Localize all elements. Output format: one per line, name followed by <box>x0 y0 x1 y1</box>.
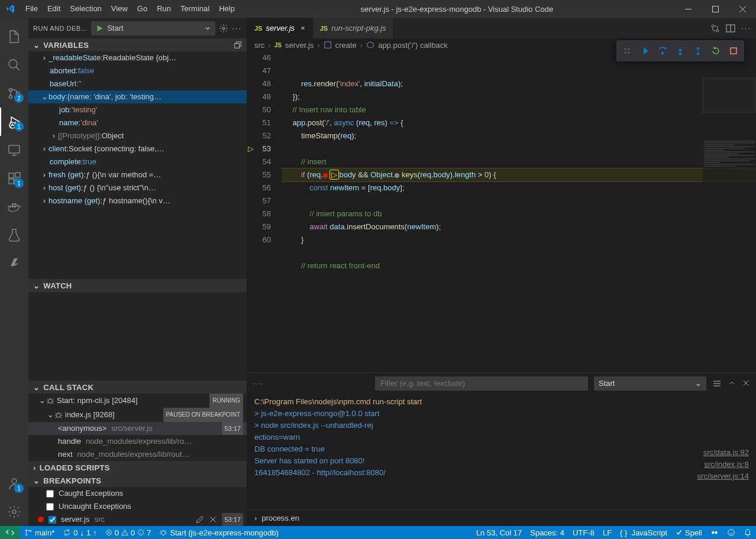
titlebar: File Edit Selection View Go Run Terminal… <box>0 0 756 18</box>
callstack-session[interactable]: ⌄ Start: npm-cli.js [20484] RUNNING <box>28 394 247 408</box>
close-icon[interactable]: × <box>301 24 305 33</box>
debug-console[interactable]: C:\Program Files\nodejs\npm.cmd run-scri… <box>247 394 756 509</box>
spell-check[interactable]: Spell <box>671 528 706 537</box>
azure-icon[interactable] <box>0 249 28 278</box>
language-mode[interactable]: { }JavaScript <box>616 528 671 537</box>
eol[interactable]: LF <box>599 528 616 537</box>
stack-frame[interactable]: next node_modules/express/lib/rout… <box>28 448 247 461</box>
clear-console-icon[interactable] <box>712 379 722 388</box>
menu-view[interactable]: View <box>106 0 133 18</box>
variables-section-header[interactable]: ⌄ VARIABLES <box>28 38 247 51</box>
drag-handle-icon[interactable] <box>619 43 635 59</box>
more-icon[interactable]: ··· <box>741 24 751 33</box>
sync-changes[interactable]: 0↓ 1↑ <box>59 526 101 539</box>
line-numbers: 464748495051525354555657585960 <box>247 51 282 372</box>
menu-run[interactable]: Run <box>152 0 176 18</box>
collapse-all-icon[interactable] <box>234 41 242 49</box>
source-control-icon[interactable]: 2 <box>0 79 28 108</box>
var-row[interactable]: name: 'dina' <box>28 116 247 129</box>
debug-status[interactable]: Start (js-e2e-express-mongodb) <box>155 526 283 539</box>
more-icon[interactable]: ··· <box>232 24 242 33</box>
close-icon[interactable] <box>742 379 750 387</box>
minimap[interactable] <box>703 51 756 372</box>
problems-status[interactable]: 0 0 7 <box>101 526 156 539</box>
var-row[interactable]: aborted: false <box>28 64 247 77</box>
stack-frame[interactable]: <anonymous> src/server.js 53:17 <box>28 422 247 435</box>
checkbox[interactable] <box>46 490 54 498</box>
menu-edit[interactable]: Edit <box>43 0 65 18</box>
watch-section-header[interactable]: ⌄ WATCH <box>28 279 247 292</box>
split-editor-icon[interactable] <box>726 24 735 33</box>
gear-icon[interactable] <box>219 24 228 33</box>
testing-icon[interactable] <box>0 221 28 249</box>
callstack-section-header[interactable]: ⌄ CALL STACK <box>28 381 247 394</box>
run-debug-icon[interactable]: 1 <box>0 108 28 136</box>
menu-terminal[interactable]: Terminal <box>176 0 214 18</box>
pencil-icon[interactable] <box>196 515 204 524</box>
bp-caught-exceptions[interactable]: Caught Exceptions <box>28 487 247 500</box>
settings-gear-icon[interactable] <box>0 498 28 526</box>
start-debugging-icon[interactable] <box>95 24 104 33</box>
close-icon[interactable] <box>209 515 217 524</box>
remote-explorer-icon[interactable] <box>0 136 28 164</box>
svg-point-31 <box>662 53 664 54</box>
loaded-scripts-section[interactable]: › LOADED SCRIPTS <box>28 461 247 474</box>
var-row[interactable]: job: 'testing' <box>28 103 247 116</box>
more-icon[interactable]: ··· <box>253 379 263 388</box>
var-row[interactable]: ›client: Socket {connecting: false,… <box>28 142 247 155</box>
checkbox[interactable] <box>46 503 54 511</box>
search-icon[interactable] <box>0 51 28 79</box>
compare-changes-icon[interactable] <box>710 24 720 33</box>
maximize-button[interactable] <box>702 0 729 18</box>
code-editor[interactable]: ▷ 464748495051525354555657585960 res.ren… <box>247 51 756 372</box>
code-content[interactable]: res.render('index', initialData); }); //… <box>282 51 756 372</box>
restart-button[interactable] <box>707 43 724 59</box>
launch-config-select[interactable]: Start ⌄ <box>594 376 706 391</box>
remote-button[interactable] <box>0 526 20 539</box>
minimize-button[interactable] <box>674 0 702 18</box>
step-over-button[interactable] <box>654 43 671 59</box>
menu-help[interactable]: Help <box>214 0 240 18</box>
var-row[interactable]: ›[[Prototype]]: Object <box>28 129 247 142</box>
svg-point-42 <box>715 531 717 534</box>
git-branch[interactable]: main* <box>20 526 59 539</box>
debug-repl-input[interactable]: › process.en <box>247 509 756 526</box>
encoding[interactable]: UTF-8 <box>568 528 599 537</box>
copilot-icon[interactable] <box>706 528 723 537</box>
breakpoint-item[interactable]: server.js src 53:17 <box>28 513 247 526</box>
indentation[interactable]: Spaces: 4 <box>526 528 568 537</box>
var-row[interactable]: ›host (get): ƒ () {\n"use strict"\n… <box>28 181 247 194</box>
notifications-icon[interactable] <box>739 528 756 537</box>
var-row[interactable]: ›fresh (get): ƒ (){\n var method =… <box>28 168 247 181</box>
var-row[interactable]: baseUrl: '' <box>28 77 247 90</box>
var-row-body[interactable]: ⌄body: {name: 'dina', job: 'testing… <box>28 90 247 103</box>
continue-button[interactable] <box>637 43 653 59</box>
step-out-button[interactable] <box>690 43 706 59</box>
close-button[interactable] <box>729 0 756 18</box>
callstack-thread[interactable]: ⌄ index.js [9268] PAUSED ON BREAKPOINT <box>28 408 247 422</box>
chevron-up-icon[interactable] <box>728 379 736 387</box>
feedback-icon[interactable] <box>723 528 739 537</box>
menu-go[interactable]: Go <box>133 0 152 18</box>
stop-button[interactable] <box>725 43 742 59</box>
checkbox[interactable] <box>49 516 56 524</box>
breakpoints-section-header[interactable]: ⌄ BREAKPOINTS <box>28 474 247 487</box>
extensions-icon[interactable]: 1 <box>0 164 28 193</box>
explorer-icon[interactable] <box>0 22 28 51</box>
tab-server-js[interactable]: JS server.js × <box>247 18 313 38</box>
docker-icon[interactable] <box>0 193 28 221</box>
accounts-icon[interactable]: 1 <box>0 469 28 498</box>
tab-run-script-pkg-js[interactable]: JS run-script-pkg.js <box>313 18 394 38</box>
cursor-position[interactable]: Ln 53, Col 17 <box>472 528 526 537</box>
debug-console-filter[interactable] <box>375 376 588 391</box>
menu-file[interactable]: File <box>21 0 43 18</box>
debug-config-select[interactable]: Start <box>91 21 215 35</box>
var-row[interactable]: complete: true <box>28 155 247 168</box>
var-row[interactable]: ›hostname (get): ƒ hostname(){\n v… <box>28 194 247 207</box>
menu-selection[interactable]: Selection <box>65 0 106 18</box>
bp-uncaught-exceptions[interactable]: Uncaught Exceptions <box>28 500 247 513</box>
stack-frame[interactable]: handle node_modules/express/lib/ro… <box>28 435 247 448</box>
var-row[interactable]: ›_readableState: ReadableState {obj… <box>28 51 247 64</box>
step-into-button[interactable] <box>672 43 689 59</box>
debug-toolbar[interactable] <box>616 40 744 61</box>
